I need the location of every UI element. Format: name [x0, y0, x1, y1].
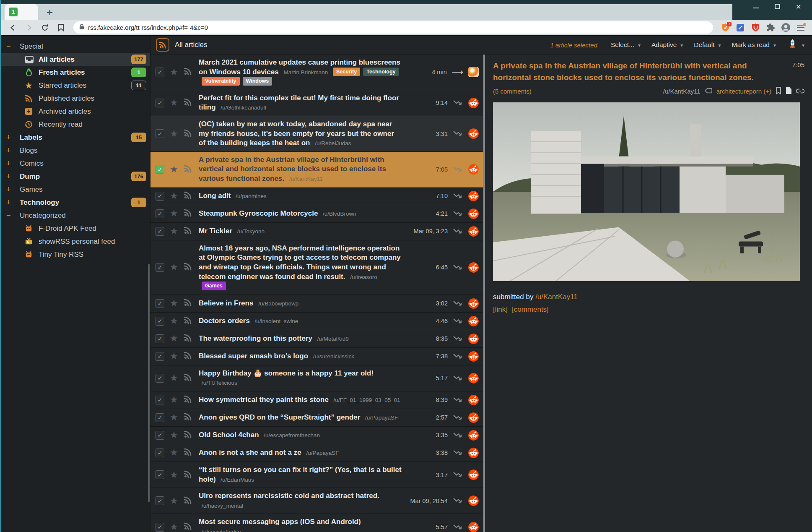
article-checkbox[interactable] [156, 192, 164, 201]
sidebar-feed[interactable]: Tiny Tiny RSS [1, 248, 150, 261]
sidebar-category[interactable]: − Uncategorized [1, 209, 150, 222]
star-icon[interactable] [170, 165, 178, 174]
star-icon[interactable] [170, 227, 178, 235]
article-title[interactable]: Ulro represents narcissistic cold and ab… [199, 492, 379, 500]
expander-icon[interactable]: − [6, 211, 17, 220]
publish-bookmark-icon[interactable] [776, 87, 781, 96]
article-row[interactable]: Steampunk Gyroscopic Motorcycle /u/BlvdB… [150, 205, 483, 223]
ttrss-logo-icon[interactable] [787, 39, 798, 52]
article-title[interactable]: Blessed super smash bro’s logo [199, 352, 308, 360]
sidebar-item[interactable]: Recently read [1, 118, 150, 131]
star-icon[interactable] [170, 317, 178, 325]
article-title[interactable]: Most secure messaging apps (iOS and Andr… [199, 518, 361, 526]
profile-avatar-icon[interactable] [779, 21, 792, 34]
expander-icon[interactable]: + [6, 133, 17, 142]
sidebar-category[interactable]: + Games [1, 183, 150, 196]
article-tag[interactable]: Technology [363, 68, 399, 76]
article-checkbox[interactable] [156, 68, 164, 76]
extensions-puzzle-icon[interactable] [764, 21, 777, 34]
back-button[interactable] [6, 21, 20, 34]
article-row[interactable]: The waterproofing on this pottery /u/Met… [150, 330, 483, 348]
star-icon[interactable] [170, 413, 178, 422]
article-checkbox[interactable] [156, 99, 164, 107]
star-icon[interactable] [170, 192, 178, 200]
adblock-shield-icon[interactable]: 7 [719, 21, 732, 34]
close-button[interactable] [796, 3, 802, 10]
new-tab-button[interactable]: + [47, 8, 53, 16]
article-title[interactable]: Believe in Frens [199, 299, 253, 307]
article-title[interactable]: Doctors orders [199, 317, 250, 325]
attachment-link-icon[interactable] [796, 88, 804, 95]
article-checkbox[interactable] [156, 165, 164, 174]
article-title[interactable]: How symmetrical they paint this stone [199, 396, 329, 404]
sidebar-category[interactable]: − Special [1, 40, 150, 53]
forward-button[interactable] [22, 21, 36, 34]
star-icon[interactable] [170, 130, 178, 138]
star-icon[interactable] [170, 299, 178, 308]
article-checkbox[interactable] [156, 209, 164, 218]
article-title[interactable]: Happy Birthday 🎂 someone is a happy 11 y… [199, 369, 374, 377]
select-dropdown[interactable]: Select... [611, 41, 641, 49]
sidebar-category[interactable]: + Comics [1, 157, 150, 170]
article-row[interactable]: Blessed super smash bro’s logo /u/sureni… [150, 348, 483, 365]
article-row[interactable]: A private spa in the Austrian village of… [150, 152, 483, 188]
article-checkbox[interactable] [156, 317, 164, 326]
article-pane-title[interactable]: A private spa in the Austrian village of… [493, 60, 792, 83]
star-icon[interactable] [170, 374, 178, 382]
article-title[interactable]: Anon is not a she and not a ze [199, 449, 301, 456]
star-icon[interactable] [170, 99, 178, 107]
article-checkbox[interactable] [156, 523, 164, 532]
star-icon[interactable] [170, 497, 178, 505]
ublock-shield-icon[interactable] [749, 21, 762, 34]
article-title[interactable]: Anon gives QRD on the “SuperStraight” ge… [199, 413, 360, 421]
article-row[interactable]: Long adit /u/panmines 7:10 [150, 188, 483, 205]
article-checkbox[interactable] [156, 396, 164, 404]
star-icon[interactable] [170, 523, 178, 531]
article-row[interactable]: Doctors orders /u/insolent_swine 4:46 [150, 313, 483, 330]
expander-icon[interactable]: − [6, 42, 17, 51]
expander-icon[interactable]: + [6, 159, 17, 168]
article-tag[interactable]: Windows [243, 77, 272, 86]
star-icon[interactable] [170, 352, 178, 360]
password-manager-icon[interactable] [734, 21, 747, 34]
article-title[interactable]: Old School 4chan [199, 431, 259, 439]
article-row[interactable]: Believe in Frens /u/Babowpbowp 3:02 [150, 295, 483, 313]
expander-icon[interactable]: + [6, 172, 17, 181]
article-row[interactable]: Happy Birthday 🎂 someone is a happy 11 y… [150, 365, 483, 391]
browser-tab[interactable]: 1 [5, 4, 38, 20]
article-checkbox[interactable] [156, 374, 164, 383]
article-row[interactable]: Mr Tickler /u/Tokyono Mar 09, 3:23 [150, 223, 483, 240]
star-icon[interactable] [170, 431, 178, 439]
article-tag[interactable]: Vulnerability [202, 77, 240, 86]
comments-count-link[interactable]: (5 comments) [493, 88, 532, 95]
sidebar-category[interactable]: + Blogs [1, 144, 150, 157]
reload-button[interactable] [38, 21, 52, 34]
sidebar-category[interactable]: + Dump 176 [1, 170, 150, 183]
article-tag[interactable]: Games [202, 282, 226, 290]
sidebar-category[interactable]: + Technology 1 [1, 196, 150, 209]
article-title[interactable]: Long adit [199, 192, 231, 200]
star-icon[interactable] [170, 334, 178, 343]
comments-link[interactable]: [comments] [512, 305, 549, 314]
article-row[interactable]: (OC) taken by me at work today, abandone… [150, 116, 483, 152]
article-checkbox[interactable] [156, 227, 164, 236]
article-checkbox[interactable] [156, 449, 164, 457]
article-row[interactable]: Almost 16 years ago, NSA performed intel… [150, 240, 483, 295]
article-title[interactable]: Steampunk Gyroscopic Motorcycle [199, 209, 318, 217]
sidebar-feed[interactable]: F-Droid APK Feed [1, 222, 150, 235]
article-checkbox[interactable] [156, 496, 164, 505]
bookmark-icon[interactable] [54, 21, 67, 34]
sidebar-item[interactable]: Fresh articles 1 [1, 66, 150, 79]
address-bar[interactable]: rss.fakecake.org/tt-rss/index.php#f=-4&c… [73, 21, 713, 34]
edit-note-icon[interactable] [786, 87, 792, 96]
article-checkbox[interactable] [156, 431, 164, 440]
chevron-down-icon[interactable] [802, 41, 804, 49]
article-checkbox[interactable] [156, 470, 164, 479]
article-row[interactable]: Anon is not a she and not a ze /u/Papaya… [150, 444, 483, 462]
star-icon[interactable] [170, 396, 178, 404]
article-row[interactable]: “It still turns on so you can fix it rig… [150, 462, 483, 488]
article-checkbox[interactable] [156, 334, 164, 343]
mark-read-dropdown[interactable]: Mark as read [732, 41, 776, 49]
article-checkbox[interactable] [156, 263, 164, 272]
sidebar-item[interactable]: All articles 177 [1, 53, 150, 66]
